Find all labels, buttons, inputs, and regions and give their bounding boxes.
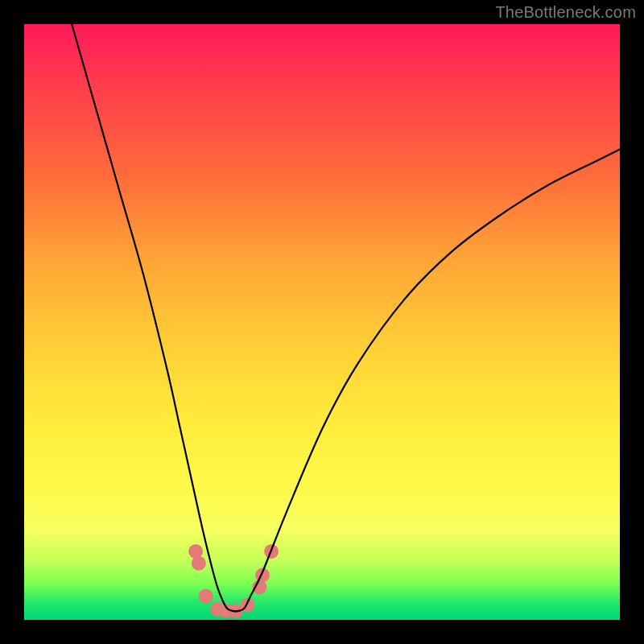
data-marker [192, 556, 206, 571]
watermark-text: TheBottleneck.com [495, 3, 636, 22]
curve-svg [24, 24, 620, 620]
marker-layer [188, 544, 279, 618]
data-marker [199, 588, 213, 603]
bottleneck-curve [72, 24, 620, 611]
plot-area [24, 24, 620, 620]
chart-frame: TheBottleneck.com [0, 0, 644, 644]
